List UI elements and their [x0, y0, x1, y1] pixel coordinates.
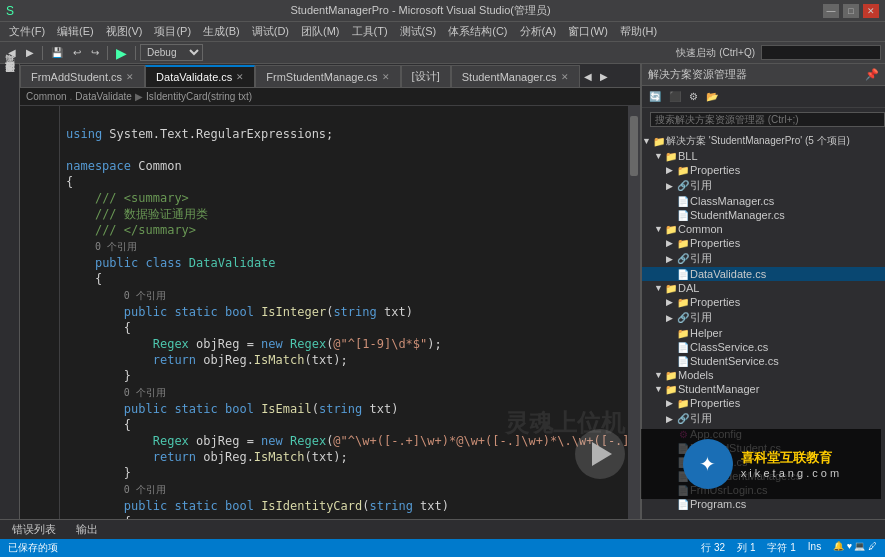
breadcrumb-method[interactable]: IsIdentityCard(string txt): [146, 91, 252, 102]
play-button[interactable]: [575, 429, 625, 479]
menu-help[interactable]: 帮助(H): [615, 23, 662, 40]
properties-button[interactable]: ⚙: [686, 90, 701, 103]
tree-bll-studentmanager[interactable]: 📄 StudentManager.cs: [642, 208, 885, 222]
brand-overlay: ✦ 喜科堂互联教育 x i k e t a n g . c o m: [641, 429, 881, 499]
window-title: StudentManagerPro - Microsoft Visual Stu…: [18, 3, 823, 18]
forward-button[interactable]: ▶: [22, 46, 38, 59]
tree-common-refs[interactable]: ▶ 🔗 引用: [642, 250, 885, 267]
undo-button[interactable]: ↩: [69, 46, 85, 59]
breadcrumb-common[interactable]: Common: [26, 91, 67, 102]
toolbar-separator-2: [107, 46, 108, 60]
menu-debug[interactable]: 调试(D): [247, 23, 294, 40]
menu-test[interactable]: 测试(S): [395, 23, 442, 40]
collapse-all-button[interactable]: ⬛: [666, 90, 684, 103]
tree-bll-refs[interactable]: ▶ 🔗 引用: [642, 177, 885, 194]
close-button[interactable]: ✕: [863, 4, 879, 18]
quick-launch-input[interactable]: [761, 45, 881, 60]
tab-frmstudentmanage[interactable]: FrmStudentManage.cs ✕: [255, 65, 400, 87]
menu-build[interactable]: 生成(B): [198, 23, 245, 40]
maximize-button[interactable]: □: [843, 4, 859, 18]
tree-program[interactable]: 📄 Program.cs: [642, 497, 885, 511]
title-bar: S StudentManagerPro - Microsoft Visual S…: [0, 0, 885, 22]
tree-bll[interactable]: ▼ 📁 BLL: [642, 149, 885, 163]
program-icon: 📄: [676, 499, 690, 510]
tab-scroll-left[interactable]: ◀: [580, 65, 596, 87]
breadcrumb: Common . DataValidate ▶ IsIdentityCard(s…: [20, 88, 640, 106]
minimize-button[interactable]: —: [823, 4, 839, 18]
tree-studentmanager-proj[interactable]: ▼ 📁 StudentManager: [642, 382, 885, 396]
status-right: 行 32 列 1 字符 1 Ins 🔔 ♥ 💻 🖊: [701, 541, 877, 555]
quick-launch-label: 快速启动 (Ctrl+Q): [676, 46, 755, 60]
tree-dal-props[interactable]: ▶ 📁 Properties: [642, 295, 885, 309]
tree-dal[interactable]: ▼ 📁 DAL: [642, 281, 885, 295]
solution-root[interactable]: ▼ 📁 解决方案 'StudentManagerPro' (5 个项目): [642, 133, 885, 149]
tab-frmaddstudent[interactable]: FrmAddStudent.cs ✕: [20, 65, 145, 87]
tree-sm-refs[interactable]: ▶ 🔗 引用: [642, 410, 885, 427]
menu-analyze[interactable]: 分析(A): [515, 23, 562, 40]
pin-icon[interactable]: 📌: [865, 68, 879, 81]
tab-close-studentmanager[interactable]: ✕: [561, 72, 569, 82]
dal-refs-label: 引用: [690, 310, 712, 325]
breadcrumb-datavalidate[interactable]: DataValidate: [75, 91, 132, 102]
tab-close-frmaddstudent[interactable]: ✕: [126, 72, 134, 82]
menu-team[interactable]: 团队(M): [296, 23, 345, 40]
redo-button[interactable]: ↪: [87, 46, 103, 59]
tree-dal-helper[interactable]: 📁 Helper: [642, 326, 885, 340]
toolbar-separator-1: [42, 46, 43, 60]
menu-view[interactable]: 视图(V): [101, 23, 148, 40]
solution-icon: 📁: [652, 136, 666, 147]
tab-close-frmstudentmanage[interactable]: ✕: [382, 72, 390, 82]
tree-models[interactable]: ▼ 📁 Models: [642, 368, 885, 382]
menu-project[interactable]: 项目(P): [149, 23, 196, 40]
start-button[interactable]: ▶: [112, 44, 131, 62]
show-all-files-button[interactable]: 📂: [703, 90, 721, 103]
sm-proj-label: StudentManager: [678, 383, 759, 395]
tree-dal-refs[interactable]: ▶ 🔗 引用: [642, 309, 885, 326]
solution-arrow: ▼: [642, 136, 652, 146]
status-ins: Ins: [808, 541, 821, 555]
dal-props-icon: 📁: [676, 297, 690, 308]
tab-datavalidate[interactable]: DataValidate.cs ✕: [145, 65, 255, 87]
save-button[interactable]: 💾: [47, 46, 67, 59]
tree-classservice[interactable]: 📄 ClassService.cs: [642, 340, 885, 354]
tree-bll-classmanager[interactable]: 📄 ClassManager.cs: [642, 194, 885, 208]
editor-area: FrmAddStudent.cs ✕ DataValidate.cs ✕ Frm…: [20, 64, 640, 519]
scrollbar-thumb[interactable]: [630, 116, 638, 176]
solution-search-input[interactable]: [650, 112, 885, 127]
status-saved: 已保存的项: [8, 541, 58, 555]
menu-tools[interactable]: 工具(T): [347, 23, 393, 40]
sm-refs-label: 引用: [690, 411, 712, 426]
tab-close-datavalidate[interactable]: ✕: [236, 72, 244, 82]
menu-edit[interactable]: 编辑(E): [52, 23, 99, 40]
tree-sm-props[interactable]: ▶ 📁 Properties: [642, 396, 885, 410]
tree-studentservice[interactable]: 📄 StudentService.cs: [642, 354, 885, 368]
refresh-button[interactable]: 🔄: [646, 90, 664, 103]
tree-bll-properties[interactable]: ▶ 📁 Properties: [642, 163, 885, 177]
tree-datavalidate[interactable]: 📄 DataValidate.cs: [642, 267, 885, 281]
toolbox-tab[interactable]: 工具箱: [1, 68, 19, 76]
sm-props-label: Properties: [690, 397, 740, 409]
tab-scroll-right[interactable]: ▶: [596, 65, 612, 87]
tree-common[interactable]: ▼ 📁 Common: [642, 222, 885, 236]
menu-window[interactable]: 窗口(W): [563, 23, 613, 40]
code-content[interactable]: using System.Text.RegularExpressions; na…: [60, 106, 628, 519]
code-editor[interactable]: using System.Text.RegularExpressions; na…: [20, 106, 640, 519]
output-tab[interactable]: 输出: [70, 520, 104, 539]
tab-designer[interactable]: [设计]: [401, 65, 451, 87]
common-refs-icon: 🔗: [676, 253, 690, 264]
dal-props-label: Properties: [690, 296, 740, 308]
back-button[interactable]: ◀: [4, 46, 20, 59]
datavalidate-icon: 📄: [676, 269, 690, 280]
menu-file[interactable]: 文件(F): [4, 23, 50, 40]
tab-studentmanager[interactable]: StudentManager.cs ✕: [451, 65, 580, 87]
error-list-tab[interactable]: 错误列表: [6, 520, 62, 539]
debug-config-dropdown[interactable]: Debug Release: [140, 44, 203, 61]
menu-arch[interactable]: 体系结构(C): [443, 23, 512, 40]
tree-common-props[interactable]: ▶ 📁 Properties: [642, 236, 885, 250]
menu-bar: 文件(F) 编辑(E) 视图(V) 项目(P) 生成(B) 调试(D) 团队(M…: [0, 22, 885, 42]
program-label: Program.cs: [690, 498, 746, 510]
server-explorer-tab[interactable]: 服务器资源管理器: [1, 76, 19, 84]
editor-scrollbar[interactable]: [628, 106, 640, 519]
tab-label-datavalidate: DataValidate.cs: [156, 71, 232, 83]
dal-arrow: ▼: [654, 283, 664, 293]
